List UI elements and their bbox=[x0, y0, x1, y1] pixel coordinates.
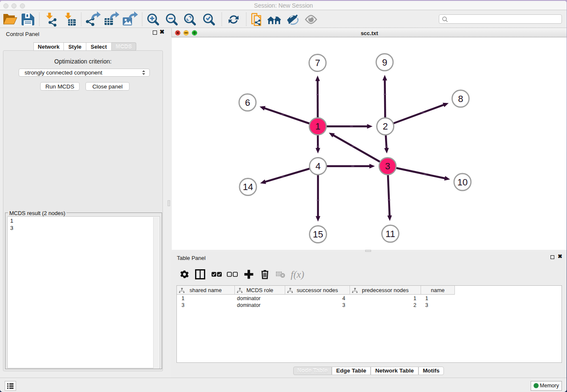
svg-text:15: 15 bbox=[313, 229, 323, 240]
svg-text:1: 1 bbox=[315, 121, 320, 132]
svg-text:9: 9 bbox=[382, 57, 387, 68]
svg-text:14: 14 bbox=[243, 182, 253, 192]
svg-text:f(x): f(x) bbox=[291, 269, 304, 280]
svg-text:7: 7 bbox=[315, 58, 320, 68]
svg-text:6: 6 bbox=[245, 97, 250, 108]
svg-text:11: 11 bbox=[385, 229, 395, 239]
svg-text:4: 4 bbox=[315, 161, 320, 171]
svg-text:8: 8 bbox=[458, 94, 463, 104]
svg-text:10: 10 bbox=[457, 177, 468, 188]
svg-text:2: 2 bbox=[383, 121, 388, 132]
svg-text:3: 3 bbox=[385, 161, 390, 171]
